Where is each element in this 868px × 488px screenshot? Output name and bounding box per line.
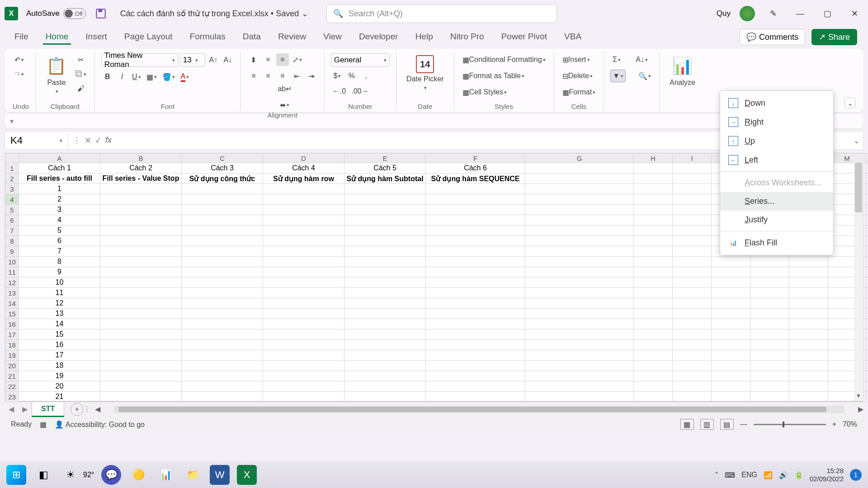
fill-flash-item[interactable]: 📊Flash Fill — [720, 233, 833, 252]
cell-E8[interactable] — [344, 236, 426, 246]
cell-N12[interactable] — [866, 277, 868, 288]
cell-N11[interactable] — [866, 267, 868, 277]
cell-D19[interactable] — [263, 350, 344, 361]
align-top-button[interactable]: ⬍ — [247, 53, 260, 66]
bold-button[interactable]: B — [101, 70, 114, 83]
cell-B15[interactable] — [100, 309, 182, 319]
row-header-7[interactable]: 7 — [5, 225, 19, 236]
cell-B4[interactable] — [100, 194, 182, 205]
row-header-18[interactable]: 18 — [5, 340, 19, 350]
cell-D4[interactable] — [263, 194, 344, 205]
fx-button[interactable]: fx — [105, 136, 112, 145]
explorer-app-icon[interactable]: 📁 — [183, 465, 203, 485]
row-header-11[interactable]: 11 — [5, 267, 19, 277]
cell-G14[interactable] — [525, 298, 634, 309]
cell-A22[interactable]: 20 — [19, 381, 100, 392]
cell-B3[interactable] — [100, 184, 182, 194]
cell-K16[interactable] — [750, 319, 789, 329]
cell-G3[interactable] — [525, 184, 634, 194]
cell-C11[interactable] — [182, 267, 263, 277]
cell-N5[interactable] — [866, 205, 868, 215]
col-header-F[interactable]: F — [426, 154, 525, 163]
cell-H10[interactable] — [634, 257, 673, 267]
search-input[interactable]: 🔍 Search (Alt+Q) — [326, 4, 557, 23]
cell-L20[interactable] — [789, 361, 828, 371]
cell-I3[interactable] — [673, 184, 712, 194]
cell-I11[interactable] — [673, 267, 712, 277]
merge-button[interactable]: ⬌▾ — [252, 99, 318, 111]
cell-D14[interactable] — [263, 298, 344, 309]
scroll-down-icon[interactable]: ▼ — [854, 393, 863, 401]
row-header-2[interactable]: 2 — [5, 174, 19, 184]
increase-font-button[interactable]: A↑ — [207, 54, 220, 66]
col-header-C[interactable]: C — [182, 154, 263, 163]
cell-F5[interactable] — [426, 205, 525, 215]
cell-N21[interactable] — [866, 371, 868, 381]
cell-F10[interactable] — [426, 257, 525, 267]
cell-K10[interactable] — [750, 257, 789, 267]
cell-C15[interactable] — [182, 309, 263, 319]
cell-I9[interactable] — [673, 246, 712, 257]
cell-A19[interactable]: 17 — [19, 350, 100, 361]
cell-C5[interactable] — [182, 205, 263, 215]
cell-I1[interactable] — [673, 163, 712, 174]
col-header-H[interactable]: H — [634, 154, 673, 163]
cell-A6[interactable]: 4 — [19, 215, 100, 225]
user-avatar[interactable] — [740, 6, 755, 21]
cell-F16[interactable] — [426, 319, 525, 329]
page-break-view-button[interactable]: ▤ — [720, 419, 734, 430]
cell-G8[interactable] — [525, 236, 634, 246]
cell-A3[interactable]: 1 — [19, 184, 100, 194]
cell-J10[interactable] — [712, 257, 750, 267]
cell-E23[interactable] — [344, 392, 426, 402]
col-header-M[interactable]: M — [828, 154, 866, 163]
cell-D17[interactable] — [263, 329, 344, 340]
ribbon-tab-review[interactable]: Review — [275, 30, 309, 45]
cell-N16[interactable] — [866, 319, 868, 329]
cell-I21[interactable] — [673, 371, 712, 381]
close-button[interactable]: ✕ — [845, 5, 863, 23]
cell-L19[interactable] — [789, 350, 828, 361]
row-header-1[interactable]: 1 — [5, 163, 19, 174]
cell-F22[interactable] — [426, 381, 525, 392]
align-left-button[interactable]: ≡ — [247, 70, 260, 82]
cell-A1[interactable]: Cách 1 — [19, 163, 100, 174]
cell-E19[interactable] — [344, 350, 426, 361]
cell-F2[interactable]: Sử dụng hàm SEQUENCE — [426, 174, 525, 184]
cell-J20[interactable] — [712, 361, 750, 371]
cell-J11[interactable] — [712, 267, 750, 277]
cell-C2[interactable]: Sử dụng công thức — [182, 174, 263, 184]
cell-K13[interactable] — [750, 288, 789, 298]
cell-G4[interactable] — [525, 194, 634, 205]
row-header-17[interactable]: 17 — [5, 329, 19, 340]
row-header-3[interactable]: 3 — [5, 184, 19, 194]
cell-B21[interactable] — [100, 371, 182, 381]
start-button[interactable]: ⊞ — [6, 465, 26, 485]
cell-I10[interactable] — [673, 257, 712, 267]
increase-indent-button[interactable]: ⇥ — [305, 70, 318, 82]
cell-H8[interactable] — [634, 236, 673, 246]
cell-I20[interactable] — [673, 361, 712, 371]
ribbon-tab-power-pivot[interactable]: Power Pivot — [499, 30, 550, 45]
cell-D12[interactable] — [263, 277, 344, 288]
cell-K22[interactable] — [750, 381, 789, 392]
maximize-button[interactable]: ▢ — [818, 5, 836, 23]
cell-F7[interactable] — [426, 225, 525, 236]
cell-F6[interactable] — [426, 215, 525, 225]
cell-G7[interactable] — [525, 225, 634, 236]
excel-taskbar-icon[interactable]: X — [237, 465, 257, 485]
cell-J15[interactable] — [712, 309, 750, 319]
cell-J22[interactable] — [712, 381, 750, 392]
cell-B9[interactable] — [100, 246, 182, 257]
cell-F18[interactable] — [426, 340, 525, 350]
ribbon-tab-page-layout[interactable]: Page Layout — [122, 30, 175, 45]
cell-D10[interactable] — [263, 257, 344, 267]
cell-H21[interactable] — [634, 371, 673, 381]
cell-E22[interactable] — [344, 381, 426, 392]
analyze-data-button[interactable]: 📊 Analyze — [666, 53, 699, 89]
sheet-tab-stt[interactable]: STT — [32, 402, 64, 417]
cell-A4[interactable]: 2 — [19, 194, 100, 205]
enter-formula-button[interactable]: ✓ — [95, 136, 102, 145]
row-header-22[interactable]: 22 — [5, 381, 19, 392]
cell-F14[interactable] — [426, 298, 525, 309]
